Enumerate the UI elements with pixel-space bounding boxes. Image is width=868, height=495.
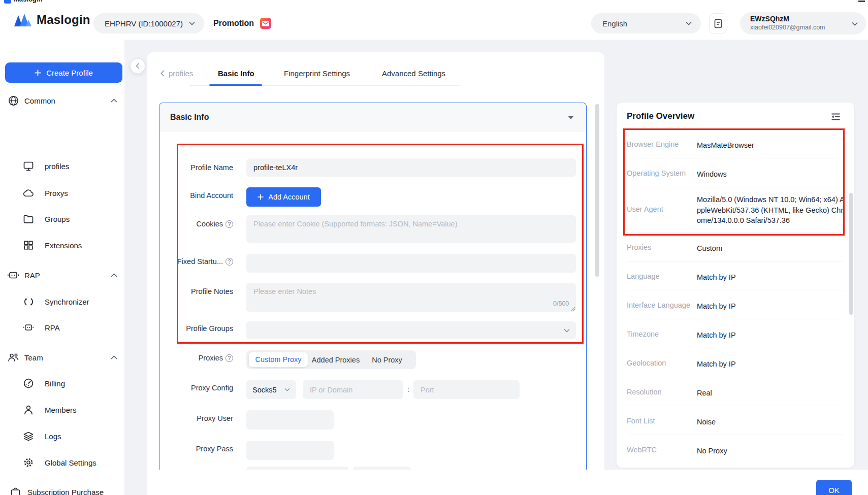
sidebar-item-proxys[interactable]: Proxys bbox=[0, 184, 124, 202]
shopping-bag-icon bbox=[9, 486, 21, 495]
overview-row: Geolocation Match by IP bbox=[617, 348, 854, 377]
help-icon[interactable]: ? bbox=[226, 354, 233, 362]
gauge-icon bbox=[23, 378, 34, 388]
brand-name: Maslogin bbox=[37, 13, 90, 27]
document-icon bbox=[714, 19, 722, 28]
overview-row: Browser Engine MasMateBrowser bbox=[617, 129, 854, 158]
tab-basic-info[interactable]: Basic Info bbox=[218, 69, 254, 78]
sidebar-section-common[interactable]: Common bbox=[0, 92, 124, 109]
promotion-envelope-icon bbox=[260, 18, 271, 29]
sidebar-section-rap[interactable]: RAP bbox=[0, 267, 124, 284]
create-profile-button[interactable]: Create Profile bbox=[5, 62, 122, 83]
overview-row: Proxies Custom bbox=[617, 233, 854, 261]
proxies-option-added-proxies[interactable]: Added Proxies bbox=[308, 356, 364, 364]
promotion-label: Promotion bbox=[213, 19, 254, 28]
sidebar-item-synchronizer[interactable]: Synchronizer bbox=[0, 293, 124, 310]
profile-notes-textarea[interactable] bbox=[246, 283, 576, 312]
plus-icon bbox=[258, 194, 264, 200]
chevron-up-icon bbox=[111, 98, 117, 103]
proxies-label: Proxies ? bbox=[170, 354, 233, 362]
help-icon[interactable]: ? bbox=[226, 220, 233, 228]
tab-fingerprint-settings[interactable]: Fingerprint Settings bbox=[284, 69, 350, 78]
proxy-user-label: Proxy User bbox=[170, 414, 233, 422]
ip-port-separator: : bbox=[407, 385, 409, 393]
back-to-profiles-link[interactable]: profiles bbox=[160, 69, 193, 78]
account-menu[interactable]: EWzSQhzM xiaofei020907@gmail.com bbox=[740, 12, 866, 35]
ok-button[interactable]: OK bbox=[816, 480, 852, 495]
docs-button[interactable] bbox=[709, 13, 727, 34]
proxies-option-no-proxy[interactable]: No Proxy bbox=[364, 356, 410, 364]
form-scrollbar[interactable] bbox=[595, 104, 599, 277]
proxy-user-input[interactable] bbox=[246, 410, 334, 430]
sidebar-item-billing[interactable]: Billing bbox=[0, 375, 124, 392]
account-email: xiaofei020907@gmail.com bbox=[750, 24, 825, 32]
cloud-icon bbox=[23, 188, 34, 198]
bind-account-label: Bind Account bbox=[170, 191, 233, 200]
plus-icon bbox=[35, 70, 41, 76]
profile-overview-title: Profile Overview bbox=[627, 111, 694, 121]
menu-fold-icon[interactable] bbox=[831, 113, 840, 120]
layers-icon bbox=[23, 431, 34, 441]
grid-icon bbox=[23, 240, 34, 250]
overview-scrollbar[interactable] bbox=[849, 193, 853, 315]
robot-icon bbox=[23, 322, 34, 333]
window-title: Maslogin bbox=[14, 0, 42, 3]
proxy-protocol-select[interactable]: Socks5 bbox=[246, 380, 296, 399]
tab-advanced-settings[interactable]: Advanced Settings bbox=[382, 69, 445, 78]
basic-info-card-title: Basic Info bbox=[170, 113, 209, 122]
cookies-textarea[interactable] bbox=[246, 215, 576, 243]
proxy-pass-label: Proxy Pass bbox=[170, 445, 233, 453]
chevron-down-icon bbox=[189, 21, 195, 25]
profile-notes-label: Profile Notes bbox=[170, 287, 233, 295]
overview-row: Language Match by IP bbox=[617, 261, 854, 290]
sidebar-item-subscription-purchase[interactable]: Subscription Purchase bbox=[0, 483, 124, 495]
sidebar-section-team[interactable]: Team bbox=[0, 349, 124, 366]
sidebar-item-global-settings[interactable]: Global Settings bbox=[0, 454, 124, 471]
profile-name-label: Profile Name bbox=[170, 163, 233, 172]
sync-icon bbox=[23, 296, 34, 307]
overview-row: Interface Language Match by IP bbox=[617, 290, 854, 319]
profile-overview-card: Profile Overview Browser Engine MasMateB… bbox=[617, 103, 854, 468]
chevron-down-icon bbox=[564, 328, 570, 333]
proxy-ip-input[interactable] bbox=[303, 380, 403, 399]
add-account-button[interactable]: Add Account bbox=[246, 187, 321, 207]
basic-info-card: Basic Info Profile Name Bind Account Add… bbox=[159, 103, 587, 470]
cookies-label: Cookies ? bbox=[170, 220, 233, 228]
sidebar: Create Profile Common profiles Proxys bbox=[0, 40, 124, 495]
profile-name-input[interactable] bbox=[246, 158, 576, 177]
chevron-left-icon bbox=[160, 70, 165, 77]
chevron-up-icon bbox=[111, 273, 117, 277]
help-icon[interactable]: ? bbox=[226, 258, 233, 266]
proxies-segmented-control: Custom Proxy Added Proxies No Proxy bbox=[246, 350, 416, 369]
resize-handle-icon[interactable] bbox=[570, 306, 575, 311]
chevron-down-icon bbox=[686, 21, 692, 25]
proxy-pass-input[interactable] bbox=[246, 441, 334, 460]
workspace-selector[interactable]: EHPHRV (ID:1000027) bbox=[93, 13, 204, 34]
overview-row: WebRTC No Proxy bbox=[617, 435, 854, 464]
sidebar-item-members[interactable]: Members bbox=[0, 401, 124, 418]
footer-bar bbox=[147, 470, 868, 495]
language-selector[interactable]: English bbox=[591, 13, 701, 34]
overview-row: Resolution Real bbox=[617, 377, 854, 406]
fixed-startup-input[interactable] bbox=[246, 254, 576, 273]
sidebar-item-extensions[interactable]: Extensions bbox=[0, 237, 124, 254]
sidebar-item-rpa[interactable]: RPA bbox=[0, 319, 124, 336]
proxies-option-custom-proxy[interactable]: Custom Proxy bbox=[249, 352, 308, 367]
promotion-link[interactable]: Promotion bbox=[213, 18, 271, 29]
basic-info-card-header: Basic Info bbox=[159, 103, 586, 131]
profile-groups-select[interactable] bbox=[246, 321, 576, 339]
maslogin-logo-icon bbox=[14, 13, 32, 27]
sidebar-collapse-button[interactable] bbox=[130, 58, 145, 74]
robot-icon bbox=[7, 269, 19, 281]
overview-row: Operating System Windows bbox=[617, 158, 854, 187]
chevron-up-icon bbox=[111, 355, 117, 359]
sidebar-item-groups[interactable]: Groups bbox=[0, 210, 124, 227]
proxy-port-input[interactable] bbox=[413, 380, 520, 399]
collapse-caret-icon[interactable] bbox=[568, 116, 574, 119]
minimize-icon[interactable] bbox=[858, 1, 865, 2]
chevron-down-icon bbox=[852, 22, 858, 26]
person-icon bbox=[23, 405, 34, 415]
overview-row: Font List Noise bbox=[617, 406, 854, 435]
sidebar-item-profiles[interactable]: profiles bbox=[0, 157, 124, 175]
sidebar-item-logs[interactable]: Logs bbox=[0, 427, 124, 445]
